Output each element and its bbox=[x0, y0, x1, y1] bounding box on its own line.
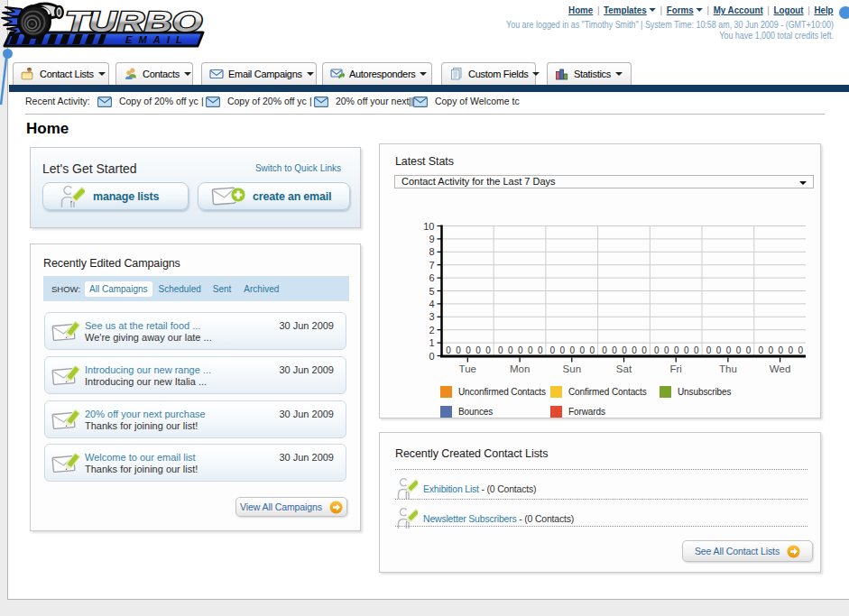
svg-text:TURBO: TURBO bbox=[65, 5, 202, 38]
svg-text:0: 0 bbox=[778, 345, 783, 355]
svg-text:0: 0 bbox=[768, 345, 773, 355]
svg-text:0: 0 bbox=[632, 345, 637, 355]
svg-text:Wed: Wed bbox=[770, 363, 790, 374]
svg-text:0: 0 bbox=[590, 345, 595, 355]
svg-text:0: 0 bbox=[475, 345, 481, 355]
svg-text:9: 9 bbox=[429, 234, 434, 244]
svg-text:Tue: Tue bbox=[459, 363, 476, 374]
svg-text:0: 0 bbox=[641, 345, 647, 355]
svg-text:0: 0 bbox=[429, 351, 434, 362]
svg-text:0: 0 bbox=[622, 345, 627, 355]
svg-text:0: 0 bbox=[726, 345, 732, 355]
svg-text:4: 4 bbox=[429, 299, 434, 309]
svg-text:0: 0 bbox=[528, 345, 533, 355]
svg-text:0: 0 bbox=[758, 345, 763, 355]
svg-text:0: 0 bbox=[466, 345, 471, 355]
svg-text:0: 0 bbox=[654, 345, 660, 355]
svg-text:2: 2 bbox=[429, 325, 434, 336]
svg-text:Sat: Sat bbox=[616, 363, 632, 374]
svg-text:6: 6 bbox=[429, 272, 434, 283]
svg-text:0: 0 bbox=[580, 345, 586, 355]
svg-text:0: 0 bbox=[716, 345, 722, 355]
svg-text:0: 0 bbox=[706, 345, 712, 355]
svg-text:0: 0 bbox=[736, 345, 742, 355]
svg-text:0: 0 bbox=[550, 345, 556, 355]
svg-text:3: 3 bbox=[429, 311, 434, 322]
svg-text:0: 0 bbox=[456, 345, 461, 355]
svg-text:0: 0 bbox=[798, 345, 803, 355]
svg-text:7: 7 bbox=[429, 260, 434, 271]
svg-text:0: 0 bbox=[746, 345, 752, 355]
svg-text:Thu: Thu bbox=[719, 363, 737, 374]
svg-text:0: 0 bbox=[518, 345, 523, 355]
svg-text:0: 0 bbox=[498, 345, 503, 355]
svg-text:Mon: Mon bbox=[510, 363, 530, 374]
svg-text:0: 0 bbox=[684, 345, 689, 355]
svg-text:0: 0 bbox=[570, 345, 576, 355]
svg-text:0: 0 bbox=[446, 345, 451, 355]
svg-text:1: 1 bbox=[429, 337, 434, 348]
svg-text:0: 0 bbox=[485, 345, 491, 355]
svg-text:0: 0 bbox=[508, 345, 513, 355]
svg-text:0: 0 bbox=[602, 345, 607, 355]
svg-text:0: 0 bbox=[664, 345, 669, 355]
svg-text:0: 0 bbox=[674, 345, 679, 355]
svg-text:Fri: Fri bbox=[669, 363, 681, 374]
svg-text:0: 0 bbox=[788, 345, 793, 355]
svg-text:0: 0 bbox=[538, 345, 543, 355]
svg-text:0: 0 bbox=[612, 345, 617, 355]
svg-text:5: 5 bbox=[429, 286, 434, 297]
svg-text:8: 8 bbox=[429, 246, 434, 257]
svg-text:0: 0 bbox=[694, 345, 699, 355]
svg-text:0: 0 bbox=[560, 345, 566, 355]
svg-text:10: 10 bbox=[423, 221, 434, 232]
svg-text:Sun: Sun bbox=[563, 363, 581, 374]
